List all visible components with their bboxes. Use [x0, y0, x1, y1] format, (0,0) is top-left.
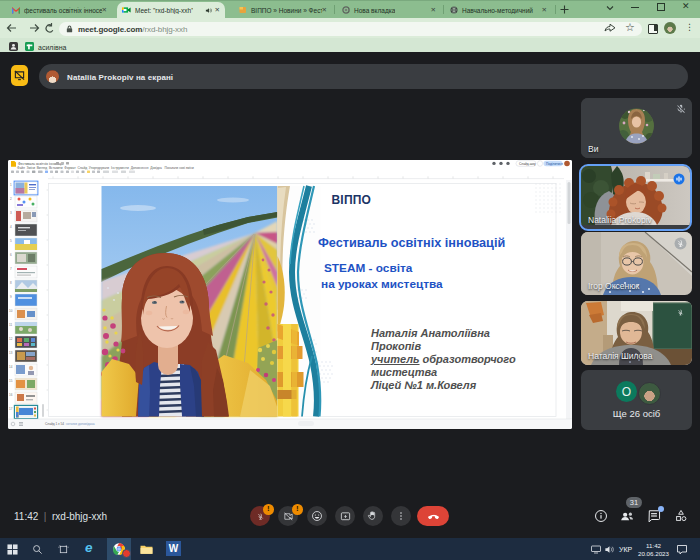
svg-text:5: 5	[10, 239, 12, 243]
svg-text:8: 8	[10, 281, 12, 285]
svg-text:6: 6	[10, 253, 12, 257]
svg-text:17: 17	[9, 407, 13, 411]
svg-text:14: 14	[9, 365, 13, 369]
svg-text:9: 9	[10, 295, 12, 299]
svg-text:Поділитися: Поділитися	[546, 162, 563, 166]
svg-text:2: 2	[10, 197, 12, 201]
svg-text:10: 10	[9, 309, 13, 313]
svg-text:16: 16	[9, 393, 13, 397]
svg-text:1: 1	[10, 183, 12, 187]
svg-text:4: 4	[10, 225, 12, 229]
svg-text:13: 13	[9, 351, 13, 355]
svg-text:12: 12	[9, 337, 13, 341]
svg-text:3: 3	[10, 211, 12, 215]
svg-text:Файл Зміни Вигляд Вставити: Файл Зміни Вигляд Вставити Формат Слайд …	[17, 166, 194, 170]
svg-text:7: 7	[10, 267, 12, 271]
svg-text:Слайд 1 з 54 нотатки доповіда: Слайд 1 з 54 нотатки доповідача	[45, 422, 95, 426]
svg-text:Слайд-шоу: Слайд-шоу	[519, 162, 536, 166]
svg-text:11: 11	[9, 323, 12, 327]
svg-text:15: 15	[9, 379, 13, 383]
